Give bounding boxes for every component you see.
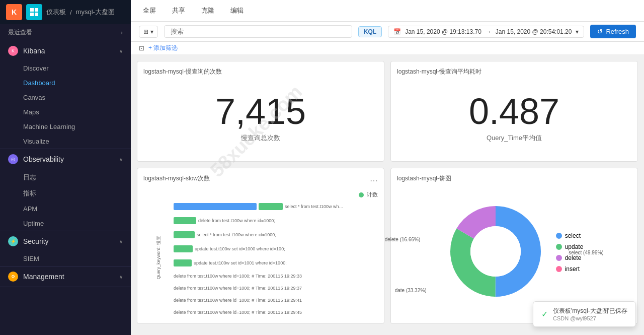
panel2-number: 0.487 xyxy=(469,93,559,129)
management-label: Management xyxy=(23,273,114,281)
date-from: Jan 15, 2020 @ 19:13:13.70 xyxy=(405,28,481,35)
sidebar-group-observability: ◎ Observability ∨ 日志 指标 APM Uptime xyxy=(0,149,131,231)
panel-bar-chart: logstash-mysql-slow次数 ⋯ 计数 Query_keyword… xyxy=(137,168,384,324)
hbar-green-2 xyxy=(174,217,196,224)
chevron-down-icon: ∨ xyxy=(119,48,123,54)
edit-button[interactable]: 编辑 xyxy=(226,4,248,17)
sidebar-item-uptime[interactable]: Uptime xyxy=(23,216,131,231)
app-logo: K xyxy=(6,4,22,20)
sidebar-item-observability[interactable]: ◎ Observability ∨ xyxy=(0,149,131,169)
hbar-rows: select * from test.t100w where k2='FGCD'… xyxy=(174,200,378,317)
chevron-down-icon: ∨ xyxy=(119,239,123,244)
panel1-title: logstash-mysql-慢查询的次数 xyxy=(143,68,378,76)
legend-dot-count xyxy=(359,192,364,197)
management-icon: ⚙ xyxy=(8,272,18,282)
chevron-down-icon: ∨ xyxy=(119,274,123,280)
legend-circle-delete xyxy=(556,255,562,261)
panel1-number: 7,415 xyxy=(215,93,306,129)
observability-sub-items: 日志 指标 APM Uptime xyxy=(0,169,131,231)
filter-icon-small: ⊡ xyxy=(139,44,144,52)
filter-bar: ⊞ ▾ KQL 📅 Jan 15, 2020 @ 19:13:13.70 → J… xyxy=(131,22,644,42)
legend-label-select: select xyxy=(565,232,581,239)
sidebar-item-security[interactable]: ⚡ Security ∨ xyxy=(0,231,131,251)
legend-label-insert: insert xyxy=(565,265,580,273)
sidebar-item-kibana[interactable]: K Kibana ∨ xyxy=(0,41,131,61)
toast-message: 仪表板'mysql-大盘图'已保存 xyxy=(553,307,627,315)
panel-menu-icon[interactable]: ⋯ xyxy=(370,176,378,185)
share-button[interactable]: 共享 xyxy=(168,4,189,17)
fullscreen-button[interactable]: 全屏 xyxy=(139,4,160,17)
recent-label: 最近查看 xyxy=(8,28,32,37)
sidebar-item-siem[interactable]: SIEM xyxy=(23,251,131,266)
hbar-row-4: update test.t100w set id=1000 where id=1… xyxy=(174,245,378,252)
refresh-icon: ↺ xyxy=(597,28,603,35)
breadcrumb: 仪表板 xyxy=(46,8,66,17)
sidebar-item-discover[interactable]: Discover xyxy=(23,61,131,76)
hbar-label-2: delete from test.t100w where id=1000; xyxy=(198,218,275,223)
search-input[interactable] xyxy=(164,25,352,38)
hbar-row-9: delete from test.t100w where id=1000; # … xyxy=(174,310,378,315)
hbar-label-9: delete from test.t100w where id=1000; # … xyxy=(174,310,302,315)
legend-label-update: update xyxy=(565,243,584,250)
dashboard-grid: 58xueke.com logstash-mysql-慢查询的次数 7,415 … xyxy=(131,55,644,335)
kibana-icon: K xyxy=(8,46,18,56)
panel1-metric: 7,415 慢查询总次数 xyxy=(143,80,378,155)
legend-circle-insert xyxy=(556,266,562,272)
sidebar-group-kibana: K Kibana ∨ Discover Dashboard Canvas Map… xyxy=(0,41,131,149)
chart-legend: 计数 xyxy=(143,191,378,198)
hbar-row-5: update test.t100w set id=1001 where id=1… xyxy=(174,259,378,266)
kql-badge[interactable]: KQL xyxy=(358,26,382,37)
svg-rect-0 xyxy=(30,8,34,12)
hbar-green-4 xyxy=(174,245,193,252)
sidebar-item-dashboard[interactable]: Dashboard xyxy=(23,76,131,90)
filter-type-select[interactable]: ⊞ ▾ xyxy=(139,26,158,38)
hbar-label-7: delete from test.t100w where id=1000; # … xyxy=(174,286,302,291)
legend-circle-update xyxy=(556,244,562,250)
sidebar-item-maps[interactable]: Maps xyxy=(23,105,131,119)
add-filter-link[interactable]: + 添加筛选 xyxy=(148,44,178,52)
hbar-label-5: update test.t100w set id=1001 where id=1… xyxy=(194,260,287,265)
date-chevron: ▾ xyxy=(576,28,579,35)
donut-chart-wrapper: delete (16.66%) date (33.32%) select (49… xyxy=(445,201,546,303)
sidebar-item-management[interactable]: ⚙ Management ∨ xyxy=(0,266,131,287)
panel2-title: logstash-mysql-慢查询平均耗时 xyxy=(397,68,631,76)
donut-label-select: select (49.96%) xyxy=(569,250,603,255)
breadcrumb-page: mysql-大盘图 xyxy=(76,8,115,17)
hbar-green-3 xyxy=(174,231,195,238)
security-icon: ⚡ xyxy=(8,236,18,246)
add-filter-bar: ⊡ + 添加筛选 xyxy=(131,42,644,55)
sidebar-group-management: ⚙ Management ∨ xyxy=(0,266,131,287)
recent-section[interactable]: 最近查看 › xyxy=(0,24,131,41)
toast-user: CSDN @wyl9527 xyxy=(553,315,627,321)
date-range-picker[interactable]: 📅 Jan 15, 2020 @ 19:13:13.70 → Jan 15, 2… xyxy=(388,26,584,38)
sidebar-item-metrics[interactable]: 指标 xyxy=(23,185,131,202)
hbar-label-3: select * from test.t100w where id=1000; xyxy=(197,232,276,237)
sidebar-item-logs[interactable]: 日志 xyxy=(23,169,131,185)
sidebar-item-visualize[interactable]: Visualize xyxy=(23,134,131,149)
recent-expand-icon: › xyxy=(121,29,123,36)
panel-slow-query-count: logstash-mysql-慢查询的次数 7,415 慢查询总次数 xyxy=(137,61,384,162)
observability-label: Observability xyxy=(23,155,114,163)
refresh-button[interactable]: ↺ Refresh xyxy=(590,25,636,38)
sidebar-item-apm[interactable]: APM xyxy=(23,202,131,216)
security-sub-items: SIEM xyxy=(0,251,131,266)
chevron-down-icon: ∨ xyxy=(119,157,123,162)
y-axis-label: Query_keyword: 慢查 xyxy=(143,200,174,317)
sidebar-item-ml[interactable]: Machine Learning xyxy=(23,119,131,134)
donut-label-delete: delete (16.66%) xyxy=(385,237,421,242)
panel3-header: logstash-mysql-slow次数 ⋯ xyxy=(143,174,378,187)
legend-count-label: 计数 xyxy=(367,191,378,198)
toast-content: 仪表板'mysql-大盘图'已保存 CSDN @wyl9527 xyxy=(553,307,627,321)
filter-icon: ⊞ xyxy=(143,28,148,35)
hbar-blue-1 xyxy=(174,203,257,210)
donut-label-date: date (33.32%) xyxy=(395,288,427,293)
hbar-label-6: delete from test.t100w where id=1000; # … xyxy=(174,274,302,279)
panel-avg-time: logstash-mysql-慢查询平均耗时 0.487 Query_Time平… xyxy=(390,61,638,162)
sidebar-item-canvas[interactable]: Canvas xyxy=(23,90,131,105)
panel2-metric: 0.487 Query_Time平均值 xyxy=(397,80,631,155)
observability-icon: ◎ xyxy=(8,154,18,164)
panel4-title: logstash-mysql-饼图 xyxy=(397,174,631,183)
hbar-label-8: delete from test.t100w where id=1000; # … xyxy=(174,298,302,303)
donut-chart xyxy=(445,201,546,302)
clone-button[interactable]: 克隆 xyxy=(197,4,218,17)
